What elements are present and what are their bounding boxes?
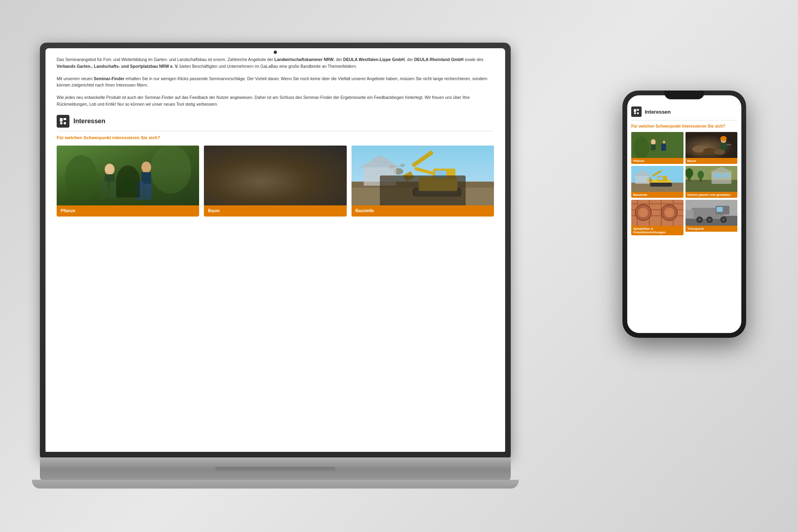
intro-bold-5: Seminar-Finder <box>94 76 124 81</box>
svg-point-116 <box>698 218 701 221</box>
intro-text-3: , der <box>405 57 414 62</box>
phone-card-transport[interactable]: Transporte <box>685 200 738 235</box>
card-baum-label: Baum <box>204 205 346 217</box>
intro-bold-1: Landwirtschaftskammer NRW <box>275 57 334 62</box>
svg-point-7 <box>150 146 191 194</box>
svg-point-58 <box>637 112 639 114</box>
phone-card-garten[interactable]: Garten planen und gestalten <box>685 166 738 198</box>
svg-rect-18 <box>204 146 346 205</box>
laptop-camera <box>274 51 277 54</box>
svg-point-52 <box>400 164 405 167</box>
phone-card-spielplatz[interactable]: Spielplätze & Freizeiteinrichtungen <box>631 200 683 235</box>
phone-card-transport-label: Transporte <box>685 226 738 232</box>
svg-point-106 <box>640 209 646 216</box>
phone-card-baustelle[interactable]: Baustelle <box>631 166 683 198</box>
svg-rect-31 <box>280 170 291 185</box>
svg-point-90 <box>697 171 704 179</box>
intro-text-1: Das Seminarangebot für Fort- und Weiterb… <box>57 57 275 62</box>
svg-rect-30 <box>280 162 291 165</box>
svg-point-69 <box>703 148 716 154</box>
svg-point-24 <box>237 185 260 195</box>
svg-point-62 <box>651 139 656 145</box>
card-pflanze[interactable]: Pflanze <box>57 146 199 217</box>
svg-rect-121 <box>685 210 693 219</box>
phone-card-garten-label: Garten planen und gestalten <box>685 192 738 198</box>
svg-rect-0 <box>60 118 63 122</box>
svg-point-25 <box>252 185 278 199</box>
interessen-icon <box>57 115 69 128</box>
svg-rect-114 <box>717 207 723 212</box>
intro-bold-4: Verbands Garten-, Landschafts- und Sport… <box>57 64 178 69</box>
scene: Das Seminarangebot für Fort- und Weiterb… <box>20 27 778 505</box>
laptop-interest-question: Für welchen Schwerpunkt interessieren Si… <box>57 134 494 141</box>
svg-rect-14 <box>136 182 143 200</box>
phone-card-pflanze[interactable]: Pflanze <box>631 132 683 164</box>
svg-rect-93 <box>722 173 729 178</box>
laptop: Das Seminarangebot für Fort- und Weiterb… <box>40 43 511 481</box>
svg-rect-15 <box>144 184 152 200</box>
card-baustelle[interactable]: Baustelle <box>352 146 494 217</box>
phone-section-header: Interessen <box>631 106 737 120</box>
svg-point-72 <box>720 136 727 141</box>
svg-point-16 <box>122 177 134 194</box>
svg-point-20 <box>223 187 250 201</box>
svg-rect-46 <box>435 171 446 178</box>
phone-card-baum-label: Baum <box>685 158 738 164</box>
intro-text-4: sowie des <box>464 57 484 62</box>
card-baum[interactable]: Baum <box>204 146 346 217</box>
phone-cards-grid: Pflanze <box>631 132 737 235</box>
svg-point-3 <box>64 122 66 124</box>
intro-paragraph-1: Das Seminarangebot für Fort- und Weiterb… <box>57 56 494 70</box>
phone-screen: Interessen Für welchen Schwerpunkt inter… <box>627 95 741 333</box>
svg-rect-42 <box>413 188 462 197</box>
svg-point-26 <box>252 179 278 192</box>
svg-point-8 <box>105 164 115 175</box>
laptop-hinge <box>215 467 335 472</box>
svg-rect-9 <box>105 174 115 187</box>
intro-bold-2: DEULA Westfalen-Lippe GmbH <box>343 57 405 62</box>
svg-rect-34 <box>294 179 310 183</box>
intro-text-5: bieten Beschäftigten und Unternehmern im… <box>178 64 357 69</box>
svg-rect-74 <box>726 144 731 146</box>
svg-point-21 <box>223 181 250 195</box>
svg-rect-1 <box>63 118 66 120</box>
svg-rect-73 <box>721 143 726 150</box>
phone-section-title: Interessen <box>645 109 671 115</box>
svg-point-70 <box>714 149 725 155</box>
svg-point-120 <box>722 218 725 221</box>
laptop-section-title: Interessen <box>73 116 105 126</box>
card-baum-image <box>204 146 346 205</box>
svg-rect-35 <box>305 179 313 181</box>
intro-paragraph-2: Mit unserem neuen Seminar-Finder erhalte… <box>57 75 494 89</box>
svg-rect-80 <box>650 183 672 187</box>
intro-text-6: Mit unserem neuen <box>57 76 94 81</box>
svg-point-28 <box>280 157 291 170</box>
phone-card-baustelle-label: Baustelle <box>631 192 683 198</box>
phone-card-baum[interactable]: Baum <box>685 132 738 164</box>
laptop-body <box>40 457 511 481</box>
svg-rect-92 <box>713 173 721 178</box>
phone: Interessen Für welchen Schwerpunkt inter… <box>622 91 746 338</box>
intro-paragraph-3: Wie jedes neu entwickelte Produkt ist au… <box>57 94 494 108</box>
svg-point-23 <box>237 184 261 196</box>
svg-point-19 <box>222 187 251 201</box>
phone-interessen-icon <box>631 106 642 117</box>
card-pflanze-image <box>57 146 199 205</box>
svg-rect-43 <box>415 189 459 195</box>
phone-content: Interessen Für welchen Schwerpunkt inter… <box>627 95 741 333</box>
svg-rect-44 <box>419 177 457 191</box>
svg-rect-33 <box>290 173 298 183</box>
svg-rect-79 <box>658 177 663 180</box>
svg-rect-37 <box>286 184 291 200</box>
svg-point-29 <box>279 156 292 166</box>
svg-rect-36 <box>280 184 284 200</box>
phone-card-pflanze-label: Pflanze <box>631 158 683 164</box>
intro-text-2: , der <box>334 57 343 62</box>
phone-card-garten-image <box>685 166 738 192</box>
svg-rect-13 <box>141 172 151 187</box>
svg-rect-32 <box>274 171 280 183</box>
phone-card-transport-image <box>685 200 738 226</box>
svg-point-118 <box>708 218 711 221</box>
laptop-base <box>32 480 519 489</box>
intro-bold-3: DEULA Rheinland GmbH <box>414 57 464 62</box>
